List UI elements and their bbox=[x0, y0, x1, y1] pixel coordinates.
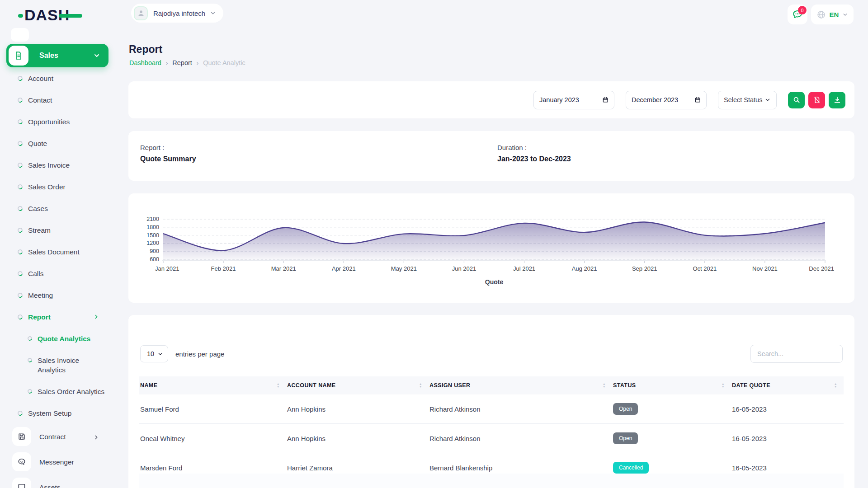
chevron-down-icon bbox=[210, 10, 216, 16]
sidebar-item-stream[interactable]: Stream bbox=[0, 225, 116, 235]
sidebar-item-label: Messenger bbox=[39, 457, 74, 467]
status-badge: Cancelled bbox=[613, 462, 649, 474]
sort-icon[interactable]: ▲▼ bbox=[834, 383, 837, 388]
table-row[interactable]: Samuel FordAnn HopkinsRichard AtkinsonOp… bbox=[139, 394, 844, 424]
sidebar: DASH Sales AccountContactOpportunitiesQu… bbox=[0, 0, 116, 488]
report-value: Quote Summary bbox=[140, 155, 196, 163]
svg-text:900: 900 bbox=[150, 248, 159, 254]
clear-filter-button[interactable] bbox=[808, 92, 825, 108]
sidebar-item-sales-invoice-analytics[interactable]: Sales Invoice Analytics bbox=[0, 356, 116, 375]
report-summary-card: Report : Quote Summary Duration : Jan-20… bbox=[128, 131, 854, 181]
workspace-dropdown[interactable]: Rajodiya infotech bbox=[131, 4, 223, 23]
app-root: DASH Sales AccountContactOpportunitiesQu… bbox=[0, 0, 868, 488]
breadcrumb-item-report[interactable]: Report bbox=[172, 59, 192, 66]
floppy-icon bbox=[12, 427, 31, 446]
chevron-right-icon bbox=[93, 314, 99, 320]
sidebar-item-quote[interactable]: Quote bbox=[0, 139, 116, 148]
sidebar-item-label: Sales Document bbox=[28, 247, 80, 257]
svg-text:Quote: Quote bbox=[485, 278, 504, 286]
sidebar-item-cases[interactable]: Cases bbox=[0, 204, 116, 213]
sidebar-item-report[interactable]: Report bbox=[0, 312, 116, 322]
sort-icon[interactable]: ▲▼ bbox=[603, 383, 606, 388]
sidebar-item-label: Quote bbox=[28, 139, 47, 148]
column-header-status[interactable]: STATUS▲▼ bbox=[612, 376, 731, 394]
sidebar-item-sales-invoice[interactable]: Sales Invoice bbox=[0, 160, 116, 170]
sidebar-item-meeting[interactable]: Meeting bbox=[0, 291, 116, 300]
column-header-assign-user[interactable]: ASSIGN USER▲▼ bbox=[429, 376, 612, 394]
svg-text:2100: 2100 bbox=[146, 216, 159, 222]
bullet-icon bbox=[17, 292, 24, 299]
sidebar-item-system-setup[interactable]: System Setup bbox=[0, 408, 116, 418]
sidebar-item-label: Sales Order Analytics bbox=[38, 387, 104, 396]
sidebar-item-assets[interactable]: Assets bbox=[0, 478, 116, 488]
sidebar-item-label: Report bbox=[28, 312, 51, 322]
sidebar-item-sales-order-analytics[interactable]: Sales Order Analytics bbox=[0, 387, 116, 396]
bullet-icon bbox=[27, 388, 33, 394]
table-search-input[interactable] bbox=[750, 345, 843, 363]
status-cell: Open bbox=[612, 394, 731, 424]
svg-text:1800: 1800 bbox=[146, 224, 159, 230]
sidebar-item-account[interactable]: Account bbox=[0, 74, 116, 83]
language-label: EN bbox=[830, 11, 839, 19]
sidebar-section-sales[interactable]: Sales bbox=[6, 44, 108, 67]
chevron-down-icon bbox=[842, 12, 848, 18]
entries-per-page-label: entries per page bbox=[175, 350, 224, 358]
breadcrumb-item-dashboard[interactable]: Dashboard bbox=[129, 59, 161, 66]
from-date-value[interactable] bbox=[539, 96, 602, 103]
sidebar-menu: AccountContactOpportunitiesQuoteSales In… bbox=[0, 74, 116, 488]
apply-filter-button[interactable] bbox=[788, 92, 805, 108]
duration-label: Duration : bbox=[497, 144, 571, 151]
sidebar-item-label: Meeting bbox=[28, 291, 53, 300]
sort-icon[interactable]: ▲▼ bbox=[419, 383, 422, 388]
filter-card: Select Status bbox=[128, 81, 854, 118]
bullet-icon bbox=[17, 75, 24, 82]
scrolled-item-peek bbox=[11, 28, 29, 42]
column-label: DATE QUOTE bbox=[732, 382, 770, 389]
column-header-date-quote[interactable]: DATE QUOTE▲▼ bbox=[731, 376, 844, 394]
sidebar-item-quote-analytics[interactable]: Quote Analytics bbox=[0, 334, 116, 343]
entries-per-page-select[interactable]: 10 bbox=[140, 345, 168, 362]
to-date-value[interactable] bbox=[632, 96, 694, 103]
chevron-right-icon bbox=[93, 434, 99, 441]
sales-section-label: Sales bbox=[39, 52, 93, 60]
breadcrumb-separator: › bbox=[197, 60, 198, 66]
sidebar-item-sales-order[interactable]: Sales Order bbox=[0, 182, 116, 192]
sidebar-item-messenger[interactable]: Messenger bbox=[0, 452, 116, 471]
svg-text:Oct 2021: Oct 2021 bbox=[693, 265, 717, 272]
sidebar-item-contract[interactable]: Contract bbox=[0, 427, 116, 446]
breadcrumb-separator: › bbox=[166, 60, 168, 66]
status-badge: Open bbox=[613, 403, 638, 415]
sidebar-item-contact[interactable]: Contact bbox=[0, 95, 116, 105]
sidebar-item-opportunities[interactable]: Opportunities bbox=[0, 117, 116, 127]
bullet-icon bbox=[17, 183, 24, 190]
download-button[interactable] bbox=[829, 92, 845, 108]
to-date-input[interactable] bbox=[626, 91, 707, 109]
column-label: ASSIGN USER bbox=[429, 382, 471, 389]
sidebar-item-label: Contract bbox=[39, 432, 66, 441]
svg-text:Nov 2021: Nov 2021 bbox=[752, 265, 778, 272]
sidebar-item-label: Quote Analytics bbox=[38, 334, 90, 343]
table-row[interactable]: Oneal WhitneyAnn HopkinsRichard Atkinson… bbox=[139, 424, 844, 453]
sidebar-item-label: Stream bbox=[28, 225, 51, 235]
language-selector[interactable]: EN bbox=[811, 5, 854, 24]
sidebar-item-sales-document[interactable]: Sales Document bbox=[0, 247, 116, 257]
status-select[interactable]: Select Status bbox=[718, 91, 777, 109]
dash-logo[interactable]: DASH bbox=[24, 5, 70, 24]
svg-text:1500: 1500 bbox=[146, 232, 159, 239]
bullet-icon bbox=[17, 227, 24, 234]
notifications-button[interactable]: 0 bbox=[788, 5, 807, 24]
sort-icon[interactable]: ▲▼ bbox=[277, 383, 280, 388]
from-date-input[interactable] bbox=[533, 91, 614, 109]
calendar-icon bbox=[602, 96, 609, 103]
account-cell: Ann Hopkins bbox=[286, 424, 429, 453]
svg-text:May 2021: May 2021 bbox=[391, 265, 417, 272]
sort-icon[interactable]: ▲▼ bbox=[722, 383, 725, 388]
column-header-name[interactable]: NAME▲▼ bbox=[139, 376, 286, 394]
column-header-account-name[interactable]: ACCOUNT NAME▲▼ bbox=[286, 376, 429, 394]
sidebar-item-label: System Setup bbox=[28, 408, 72, 418]
sidebar-item-calls[interactable]: Calls bbox=[0, 269, 116, 278]
document-icon bbox=[9, 46, 28, 66]
status-cell: Open bbox=[612, 424, 731, 453]
column-label: ACCOUNT NAME bbox=[287, 382, 336, 389]
bullet-icon bbox=[17, 118, 24, 125]
